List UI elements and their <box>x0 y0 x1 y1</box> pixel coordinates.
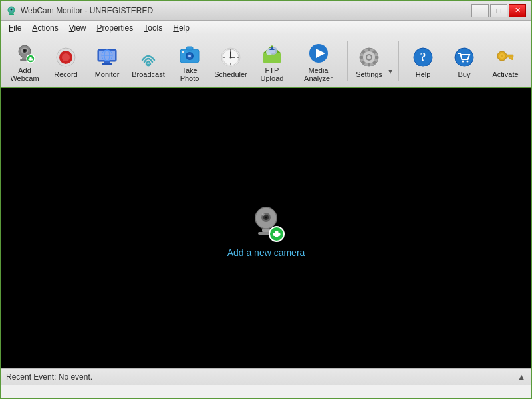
restore-button[interactable]: □ <box>490 4 507 17</box>
svg-point-8 <box>24 49 26 51</box>
svg-rect-23 <box>102 63 112 65</box>
help-button[interactable]: ? Help <box>403 38 443 84</box>
title-bar-left: WebCam Monitor - UNREGISTERED <box>6 5 153 16</box>
minimize-button[interactable]: − <box>471 4 489 17</box>
scheduler-icon <box>219 45 243 69</box>
ftp-upload-button[interactable]: FTP Upload <box>252 38 292 84</box>
monitor-button[interactable]: Monitor <box>87 38 127 84</box>
media-analyzer-button[interactable]: Media Analyzer <box>293 38 343 84</box>
add-camera-svg <box>245 200 287 242</box>
add-webcam-button[interactable]: Add Webcam <box>5 38 45 84</box>
status-bar: Recent Event: No event. ▲ <box>1 368 531 385</box>
window-controls: − □ ✕ <box>471 4 526 17</box>
help-icon: ? <box>411 45 435 69</box>
svg-rect-30 <box>182 51 184 53</box>
svg-point-24 <box>147 63 150 66</box>
webcam-add-icon <box>13 41 37 65</box>
camera-icon <box>178 41 201 65</box>
broadcast-icon <box>136 45 160 69</box>
take-photo-button[interactable]: Take Photo <box>170 38 209 84</box>
ftp-icon <box>260 41 284 65</box>
settings-group: Settings ▼ <box>352 38 394 84</box>
settings-icon <box>357 45 381 69</box>
menu-actions[interactable]: Actions <box>27 22 63 34</box>
activate-label: Activate <box>492 70 518 78</box>
toolbar: Add Webcam Record <box>1 35 531 88</box>
menu-view[interactable]: View <box>64 22 92 34</box>
svg-rect-51 <box>368 63 370 66</box>
svg-point-62 <box>455 48 473 66</box>
scheduler-button[interactable]: Scheduler <box>211 38 251 84</box>
activate-icon <box>493 45 517 69</box>
settings-dropdown-arrow[interactable]: ▼ <box>386 38 394 84</box>
menu-tools[interactable]: Tools <box>138 22 168 34</box>
svg-point-67 <box>501 55 503 57</box>
close-button[interactable]: ✕ <box>509 4 526 17</box>
svg-rect-68 <box>505 55 513 57</box>
svg-rect-13 <box>29 58 33 60</box>
buy-label: Buy <box>458 70 471 78</box>
svg-point-16 <box>62 53 70 61</box>
add-camera-label[interactable]: Add a new camera <box>227 247 305 258</box>
menu-bar: File Actions View Properties Tools Help <box>1 21 531 35</box>
ftp-upload-label: FTP Upload <box>254 66 290 82</box>
settings-label: Settings <box>356 70 382 78</box>
status-text: Recent Event: No event. <box>6 372 92 382</box>
settings-button[interactable]: Settings <box>352 38 386 84</box>
record-icon <box>54 45 78 69</box>
svg-rect-40 <box>263 53 281 63</box>
monitor-label: Monitor <box>95 70 120 78</box>
toolbar-separator <box>347 41 348 81</box>
activate-button[interactable]: Activate <box>485 38 525 84</box>
menu-help[interactable]: Help <box>168 22 195 34</box>
analyzer-icon <box>307 41 331 65</box>
menu-properties[interactable]: Properties <box>92 22 139 34</box>
svg-rect-4 <box>9 13 14 15</box>
svg-rect-50 <box>368 48 370 51</box>
app-icon <box>6 5 17 16</box>
svg-point-59 <box>367 55 371 59</box>
svg-rect-52 <box>360 56 363 59</box>
monitor-icon <box>95 45 119 69</box>
take-photo-label: Take Photo <box>172 66 207 82</box>
menu-file[interactable]: File <box>3 22 27 34</box>
svg-text:?: ? <box>420 51 426 64</box>
svg-point-63 <box>462 60 464 62</box>
broadcast-label: Broadcast <box>132 70 165 78</box>
svg-rect-77 <box>262 229 270 232</box>
broadcast-button[interactable]: Broadcast <box>128 38 168 84</box>
svg-point-2 <box>11 8 13 10</box>
svg-rect-81 <box>273 233 280 236</box>
svg-point-39 <box>230 56 232 58</box>
help-label: Help <box>416 70 431 78</box>
scheduler-label: Scheduler <box>214 70 247 78</box>
add-camera-icon[interactable]: Add a new camera <box>227 200 305 258</box>
svg-rect-53 <box>375 56 378 59</box>
record-label: Record <box>54 70 77 78</box>
svg-point-64 <box>467 60 469 62</box>
svg-rect-70 <box>509 57 511 59</box>
main-content: Add a new camera <box>1 88 531 368</box>
media-analyzer-label: Media Analyzer <box>295 66 341 82</box>
title-bar: WebCam Monitor - UNREGISTERED − □ ✕ <box>1 1 531 21</box>
svg-rect-22 <box>104 61 110 63</box>
svg-rect-26 <box>186 47 193 50</box>
status-arrow[interactable]: ▲ <box>517 372 526 382</box>
toolbar-separator-2 <box>398 41 399 81</box>
svg-point-29 <box>188 55 191 57</box>
svg-point-75 <box>265 216 267 218</box>
svg-point-76 <box>262 213 265 216</box>
buy-button[interactable]: Buy <box>444 38 484 84</box>
buy-icon <box>452 45 476 69</box>
add-webcam-label: Add Webcam <box>7 66 43 82</box>
record-button[interactable]: Record <box>46 38 86 84</box>
window-title: WebCam Monitor - UNREGISTERED <box>21 6 153 15</box>
svg-rect-69 <box>511 57 513 60</box>
